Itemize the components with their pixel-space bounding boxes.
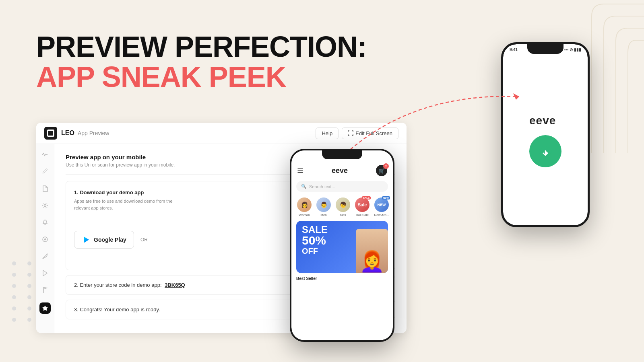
app-categories: 👩 Woman 👨 Men 👦 Kids Sale SALE Holi Sale: [291, 193, 393, 221]
headline-area: PREVIEW PERFECTION: APP SNEAK PEEK: [36, 32, 367, 93]
category-new-avatar: NEW NEW: [374, 197, 389, 212]
svg-marker-3: [43, 270, 47, 276]
category-men: 👨 Men: [316, 197, 332, 217]
phone-status-bar: 9:41 ▪▪▪ ⊙ ▮▮▮: [503, 47, 588, 52]
panel-header: LEO App Preview Help Edit Full Screen: [36, 123, 407, 144]
phone-time: 9:41: [510, 47, 518, 52]
category-men-label: Men: [320, 213, 327, 217]
right-phone-screen: 9:41 ▪▪▪ ⊙ ▮▮▮ eeve: [503, 44, 588, 225]
svg-point-0: [44, 205, 46, 207]
download-left: Google Play OR: [74, 231, 148, 249]
app-banner: SALE 50% OFF 👩‍🦰: [296, 221, 388, 273]
panel-logo: [44, 127, 57, 140]
banner-text: SALE 50% OFF: [302, 225, 328, 256]
sidebar-file-icon[interactable]: [41, 184, 50, 193]
store-code-label: 2. Enter your store code in demo app:: [74, 282, 162, 288]
headline-line1: PREVIEW PERFECTION:: [36, 32, 367, 61]
app-brand-label: eeve: [332, 167, 348, 175]
category-new-label: New Arri...: [374, 213, 389, 217]
google-play-button[interactable]: Google Play: [74, 231, 134, 249]
category-woman-avatar: 👩: [297, 197, 312, 212]
sidebar-activity-icon[interactable]: [41, 150, 50, 159]
sidebar-compass-icon[interactable]: [41, 235, 50, 244]
sidebar-feather-icon[interactable]: [41, 252, 50, 261]
svg-marker-4: [43, 306, 47, 311]
app-cart-icon: 🛒 2: [376, 165, 387, 176]
sidebar-play-icon[interactable]: [41, 269, 50, 278]
category-holi-label: Holi Sale: [356, 213, 369, 217]
cloud-download-svg: [537, 142, 554, 160]
new-badge: NEW: [382, 196, 390, 200]
fullscreen-icon: [348, 130, 353, 136]
category-woman-label: Woman: [299, 213, 310, 217]
sale-badge: SALE: [362, 196, 371, 200]
best-seller-label: Best Seller: [291, 273, 393, 282]
app-menu-icon: ☰: [297, 166, 303, 175]
cart-badge: 2: [383, 163, 389, 169]
app-search-bar: 🔍 Search text...: [296, 181, 388, 192]
app-phone-mockup: ☰ eeve 🛒 2 🔍 Search text... 👩 Woman 👨 Me…: [290, 149, 394, 342]
panel-subtitle: App Preview: [78, 130, 109, 136]
banner-person: 👩‍🦰: [356, 229, 388, 273]
panel-logo-inner: [47, 130, 54, 137]
fullscreen-label: Edit Full Screen: [355, 130, 392, 136]
category-holi-sale: Sale SALE Holi Sale: [354, 197, 370, 217]
panel-sidebar: [36, 144, 54, 333]
sidebar-edit-icon[interactable]: [41, 167, 50, 176]
category-sale-avatar: Sale SALE: [355, 197, 369, 212]
svg-marker-2: [44, 238, 46, 240]
right-phone-mockup: 9:41 ▪▪▪ ⊙ ▮▮▮ eeve: [501, 42, 590, 227]
eeve-brand-right: eeve: [529, 114, 561, 127]
panel-app-name: LEO: [61, 130, 74, 137]
category-new-arrivals: NEW NEW New Arri...: [374, 197, 390, 217]
app-search-placeholder: Search text...: [309, 184, 335, 189]
fullscreen-button[interactable]: Edit Full Screen: [342, 128, 398, 139]
google-play-label: Google Play: [94, 237, 126, 243]
download-cloud-icon: [529, 135, 561, 167]
banner-sale-text: SALE: [302, 225, 328, 234]
svg-marker-5: [84, 237, 89, 243]
store-code: 3BK65Q: [165, 282, 185, 288]
sidebar-settings-icon[interactable]: [41, 201, 50, 210]
banner-percent-text: 50%: [302, 234, 328, 247]
sidebar-active-icon[interactable]: [39, 302, 51, 314]
category-woman: 👩 Woman: [296, 197, 312, 217]
banner-off-text: OFF: [302, 247, 328, 256]
or-label: OR: [140, 237, 148, 243]
sidebar-flag-icon[interactable]: [41, 286, 50, 294]
sidebar-bell-icon[interactable]: [41, 218, 50, 227]
category-kids-label: Kids: [340, 213, 346, 217]
download-desc: Apps are free to use and download demo f…: [74, 198, 179, 211]
google-play-icon: [82, 235, 91, 244]
category-kids: 👦 Kids: [335, 197, 351, 217]
headline-line2: APP SNEAK PEEK: [36, 61, 367, 93]
phone-signals: ▪▪▪ ⊙ ▮▮▮: [564, 47, 581, 52]
help-button[interactable]: Help: [316, 128, 339, 139]
app-search-icon: 🔍: [301, 184, 307, 189]
category-men-avatar: 👨: [316, 197, 331, 212]
category-kids-avatar: 👦: [336, 197, 350, 212]
congrats-text: 3. Congrats! Your demo app is ready.: [74, 306, 160, 313]
phone-notch: [322, 150, 362, 159]
app-phone-screen: ☰ eeve 🛒 2 🔍 Search text... 👩 Woman 👨 Me…: [291, 150, 393, 340]
right-phone-content: eeve: [529, 114, 561, 167]
